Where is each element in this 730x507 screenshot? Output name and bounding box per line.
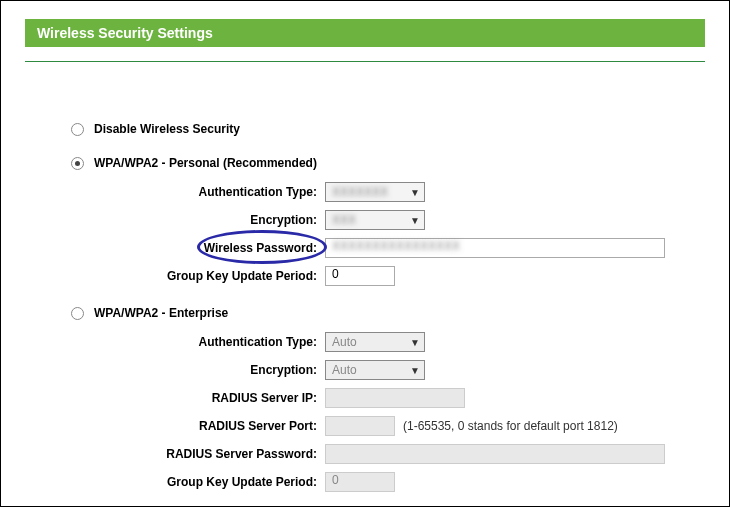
chevron-down-icon: ▼ — [410, 187, 420, 198]
divider — [25, 61, 705, 62]
radius-port-label: RADIUS Server Port: — [25, 419, 325, 433]
chevron-down-icon: ▼ — [410, 337, 420, 348]
encryption-label: Encryption: — [25, 213, 325, 227]
page-title-bar: Wireless Security Settings — [25, 19, 705, 47]
ent-encryption-select[interactable]: Auto ▼ — [325, 360, 425, 380]
chevron-down-icon: ▼ — [410, 215, 420, 226]
wireless-password-value: XXXXXXXXXXXXXXXX — [332, 239, 460, 253]
radius-password-input[interactable] — [325, 444, 665, 464]
auth-type-value: XXXXXXX — [332, 185, 388, 199]
encryption-value: XXX — [332, 213, 356, 227]
radius-port-input[interactable] — [325, 416, 395, 436]
auth-type-select[interactable]: XXXXXXX ▼ — [325, 182, 425, 202]
radio-wpa-personal-label: WPA/WPA2 - Personal (Recommended) — [94, 156, 317, 170]
ent-group-key-input[interactable]: 0 — [325, 472, 395, 492]
radius-password-label: RADIUS Server Password: — [25, 447, 325, 461]
ent-auth-type-select[interactable]: Auto ▼ — [325, 332, 425, 352]
ent-encryption-value: Auto — [332, 363, 357, 377]
ent-auth-type-value: Auto — [332, 335, 357, 349]
radio-wpa-enterprise-label: WPA/WPA2 - Enterprise — [94, 306, 228, 320]
radio-wpa-enterprise[interactable] — [71, 307, 84, 320]
radius-port-hint: (1-65535, 0 stands for default port 1812… — [403, 419, 618, 433]
chevron-down-icon: ▼ — [410, 365, 420, 376]
ent-group-key-value: 0 — [332, 473, 339, 487]
group-key-input[interactable]: 0 — [325, 266, 395, 286]
radius-ip-label: RADIUS Server IP: — [25, 391, 325, 405]
ent-encryption-label: Encryption: — [25, 363, 325, 377]
auth-type-label: Authentication Type: — [25, 185, 325, 199]
ent-group-key-label: Group Key Update Period: — [25, 475, 325, 489]
wireless-password-label: Wireless Password: — [25, 241, 325, 255]
radio-disable-security[interactable] — [71, 123, 84, 136]
encryption-select[interactable]: XXX ▼ — [325, 210, 425, 230]
radius-ip-input[interactable] — [325, 388, 465, 408]
page-title: Wireless Security Settings — [37, 25, 213, 41]
ent-auth-type-label: Authentication Type: — [25, 335, 325, 349]
group-key-value: 0 — [332, 267, 339, 281]
group-key-label: Group Key Update Period: — [25, 269, 325, 283]
wireless-password-input[interactable]: XXXXXXXXXXXXXXXX — [325, 238, 665, 258]
radio-disable-security-label: Disable Wireless Security — [94, 122, 240, 136]
radio-wpa-personal[interactable] — [71, 157, 84, 170]
